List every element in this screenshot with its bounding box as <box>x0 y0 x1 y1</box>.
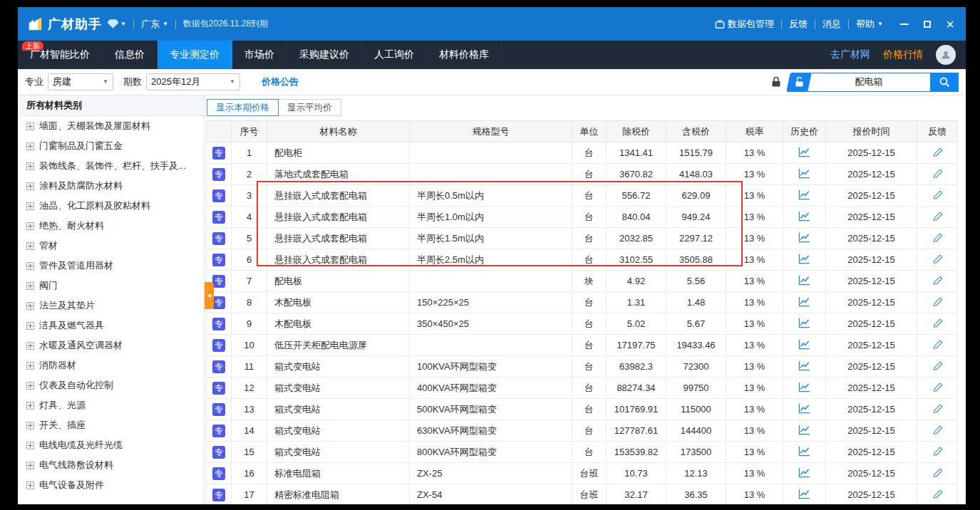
sidebar-category-item[interactable]: 法兰及其垫片 <box>18 296 204 316</box>
sidebar-category-item[interactable]: 阀门 <box>18 276 204 296</box>
lock-icon[interactable] <box>771 76 781 88</box>
table-row[interactable]: 专 2 落地式成套配电箱 台 3670.82 4148.03 13 % 2025… <box>207 164 958 185</box>
messages-button[interactable]: 消息 <box>822 18 841 31</box>
table-row[interactable]: 专 13 箱式变电站 500KVA环网型箱变 台 101769.91 11500… <box>207 399 958 420</box>
table-row[interactable]: 专 6 悬挂嵌入式成套配电箱 半周长2.5m以内 台 3102.55 3505.… <box>207 249 958 271</box>
pencil-icon[interactable] <box>932 211 943 222</box>
table-row[interactable]: 专 9 木配电板 350×450×25 台 5.02 5.67 13 % 202… <box>207 313 958 335</box>
table-row[interactable]: 专 8 木配电板 150×225×25 台 1.31 1.48 13 % 202… <box>207 292 958 313</box>
sidebar-category-item[interactable]: 消防器材 <box>18 355 204 375</box>
table-row[interactable]: 专 12 箱式变电站 400KVA环网型箱变 台 88274.34 99750 … <box>207 378 958 399</box>
expand-plus-icon[interactable] <box>26 402 34 410</box>
nav-tab-price-library[interactable]: 材料价格库 <box>427 41 502 69</box>
line-chart-icon[interactable] <box>798 446 810 457</box>
search-input[interactable] <box>808 74 930 90</box>
pencil-icon[interactable] <box>932 339 943 350</box>
help-menu[interactable]: 帮助 ▼ <box>856 18 883 31</box>
user-avatar[interactable] <box>936 45 956 65</box>
line-chart-icon[interactable] <box>798 339 810 350</box>
expand-plus-icon[interactable] <box>26 422 34 430</box>
expand-plus-icon[interactable] <box>26 442 34 449</box>
sidebar-category-item[interactable]: 水暖及通风空调器材 <box>18 335 204 355</box>
maximize-button[interactable] <box>922 19 933 30</box>
sidebar-category-item[interactable]: 电气设备及附件 <box>18 475 204 495</box>
period-dropdown[interactable]: 2025年12月 ▼ <box>146 73 240 90</box>
table-row[interactable]: 专 16 标准电阻箱 ZX-25 台班 10.73 12.13 13 % 202… <box>207 463 958 484</box>
close-button[interactable]: × <box>944 19 956 30</box>
region-selector[interactable]: 广东 ▼ <box>141 18 168 31</box>
line-chart-icon[interactable] <box>798 489 810 499</box>
sidebar-category-item[interactable]: 油品、化工原料及胶粘材料 <box>18 196 204 216</box>
line-chart-icon[interactable] <box>798 467 810 478</box>
expand-plus-icon[interactable] <box>26 222 34 230</box>
nav-tab-info-price[interactable]: 信息价 <box>103 41 158 69</box>
line-chart-icon[interactable] <box>798 296 810 307</box>
sidebar-category-item[interactable]: 门窗制品及门窗五金 <box>18 136 204 156</box>
pencil-icon[interactable] <box>932 382 943 392</box>
line-chart-icon[interactable] <box>798 189 810 200</box>
profession-dropdown[interactable]: 房建 ▼ <box>48 73 113 90</box>
expand-plus-icon[interactable] <box>26 382 34 390</box>
line-chart-icon[interactable] <box>798 425 810 435</box>
table-row[interactable]: 专 14 箱式变电站 630KVA环网型箱变 台 127787.61 14440… <box>207 420 958 442</box>
pencil-icon[interactable] <box>932 275 943 286</box>
expand-plus-icon[interactable] <box>26 302 34 310</box>
vip-diamond-icon[interactable]: ▼ <box>108 19 126 28</box>
expand-plus-icon[interactable] <box>26 242 34 250</box>
minimize-button[interactable] <box>899 19 910 30</box>
table-row[interactable]: 专 15 箱式变电站 800KVA环网型箱变 台 153539.82 17350… <box>207 442 958 463</box>
table-row[interactable]: 专 17 精密标准电阻箱 ZX-54 台班 32.17 36.35 13 % 2… <box>207 484 958 505</box>
sidebar-category-item[interactable]: 电线电缆及光纤光缆 <box>18 435 204 455</box>
line-chart-icon[interactable] <box>798 254 810 264</box>
pencil-icon[interactable] <box>932 232 943 243</box>
tab-average-price[interactable]: 显示平均价 <box>278 99 341 116</box>
sidebar-category-item[interactable]: 墙面、天棚装饰及屋面材料 <box>18 116 204 136</box>
sidebar-category-item[interactable]: 电气线路敷设材料 <box>18 455 204 475</box>
sidebar-category-item[interactable]: 灯具、光源 <box>18 395 204 415</box>
line-chart-icon[interactable] <box>798 168 810 179</box>
sidebar-category-item[interactable]: 开关、插座 <box>18 415 204 435</box>
table-row[interactable]: 专 4 悬挂嵌入式成套配电箱 半周长1.0m以内 台 840.04 949.24… <box>207 207 958 228</box>
feedback-button[interactable]: 反馈 <box>789 18 808 31</box>
pencil-icon[interactable] <box>932 318 943 328</box>
sidebar-category-item[interactable]: 涂料及防腐防水材料 <box>18 176 204 196</box>
table-row[interactable]: 专 3 悬挂嵌入式成套配电箱 半周长0.5m以内 台 556.72 629.09… <box>207 185 958 207</box>
expand-plus-icon[interactable] <box>26 322 34 330</box>
expand-plus-icon[interactable] <box>26 142 34 150</box>
table-row[interactable]: 专 11 箱式变电站 100KVA环网型箱变 台 63982.3 72300 1… <box>207 356 958 378</box>
price-trend-link[interactable]: 价格行情 <box>883 48 923 61</box>
pencil-icon[interactable] <box>932 189 943 200</box>
expand-plus-icon[interactable] <box>26 342 34 350</box>
sidebar-category-item[interactable]: 装饰线条、装饰件、栏杆、扶手及... <box>18 156 204 176</box>
nav-tab-market-price[interactable]: 市场价 <box>232 41 287 69</box>
pencil-icon[interactable] <box>932 446 943 457</box>
line-chart-icon[interactable] <box>798 360 810 371</box>
nav-tab-purchase-advice[interactable]: 采购建议价 <box>287 41 362 69</box>
pencil-icon[interactable] <box>932 489 943 499</box>
line-chart-icon[interactable] <box>798 211 810 222</box>
sidebar-category-item[interactable]: 绝热、耐火材料 <box>18 216 204 236</box>
expand-plus-icon[interactable] <box>26 182 34 190</box>
sidebar-collapse-handle[interactable]: ◀ <box>205 282 214 309</box>
pencil-icon[interactable] <box>932 147 943 157</box>
pencil-icon[interactable] <box>932 425 943 435</box>
go-site-link[interactable]: 去广材网 <box>830 48 870 61</box>
expand-plus-icon[interactable] <box>26 123 34 130</box>
pencil-icon[interactable] <box>932 467 943 478</box>
pencil-icon[interactable] <box>932 168 943 179</box>
sidebar-category-item[interactable]: 管材 <box>18 236 204 256</box>
table-row[interactable]: 专 10 低压开关柜配电电源屏 台 17197.75 19433.46 13 %… <box>207 335 958 356</box>
expand-plus-icon[interactable] <box>26 482 34 489</box>
nav-tab-smart-compare[interactable]: 上新 广材智能比价 <box>18 41 103 69</box>
line-chart-icon[interactable] <box>798 275 810 286</box>
pencil-icon[interactable] <box>932 296 943 307</box>
pencil-icon[interactable] <box>932 360 943 371</box>
line-chart-icon[interactable] <box>798 147 810 157</box>
table-row[interactable]: 专 1 配电柜 台 1341.41 1515.79 13 % 2025-12-1… <box>207 142 958 164</box>
expand-plus-icon[interactable] <box>26 202 34 210</box>
table-row[interactable]: 专 7 配电板 块 4.92 5.56 13 % 2025-12-15 <box>207 271 958 292</box>
expand-plus-icon[interactable] <box>26 282 34 290</box>
pencil-icon[interactable] <box>932 403 943 414</box>
expand-plus-icon[interactable] <box>26 362 34 370</box>
line-chart-icon[interactable] <box>798 403 810 414</box>
